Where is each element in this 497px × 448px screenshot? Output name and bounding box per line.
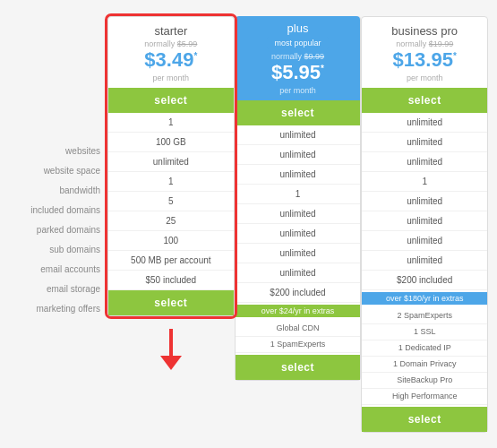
label-websites: websites bbox=[9, 142, 100, 161]
plus-included-domains: 1 bbox=[236, 185, 361, 204]
plus-plan: plus most popular normally $9.99 $5.95* … bbox=[235, 16, 362, 381]
starter-sub-domains: 25 bbox=[108, 211, 234, 231]
label-parked-domains: parked domains bbox=[9, 220, 100, 240]
plus-bandwidth: unlimited bbox=[236, 165, 361, 185]
plus-body: unlimited unlimited unlimited 1 unlimite… bbox=[236, 125, 361, 303]
business-pro-price: $13.95* bbox=[365, 48, 484, 72]
starter-select-bottom-button[interactable]: select bbox=[108, 290, 234, 315]
labels-column: websites website space bandwidth include… bbox=[9, 16, 107, 319]
biz-extras-badge: over $180/yr in extras bbox=[362, 292, 487, 305]
business-pro-plan: business pro normally $19.99 $13.95* per… bbox=[361, 16, 488, 433]
starter-websites: 1 bbox=[108, 113, 234, 133]
biz-extra-2: 1 SSL bbox=[362, 324, 487, 340]
label-marketing-offers: marketing offers bbox=[9, 299, 100, 319]
biz-bandwidth: unlimited bbox=[362, 152, 487, 172]
plus-email-storage: unlimited bbox=[236, 263, 361, 283]
plus-extra-2: 1 SpamExperts bbox=[236, 337, 361, 353]
label-email-accounts: email accounts bbox=[9, 260, 100, 280]
biz-parked-domains: unlimited bbox=[362, 192, 487, 211]
business-pro-per-month: per month bbox=[407, 73, 443, 82]
business-pro-normally: normally $19.99 bbox=[365, 39, 484, 48]
starter-website-space: 100 GB bbox=[108, 133, 234, 152]
business-pro-original-price: $19.99 bbox=[429, 39, 454, 48]
plus-extras-badge: over $24/yr in extras bbox=[236, 305, 361, 317]
starter-arrow bbox=[160, 329, 182, 370]
plus-price: $5.95* bbox=[239, 61, 357, 84]
starter-email-storage: 500 MB per account bbox=[108, 251, 234, 271]
starter-header: starter normally $5.99 $3.49* per month bbox=[108, 17, 234, 88]
plus-parked-domains: unlimited bbox=[236, 204, 361, 224]
most-popular-badge: most popular bbox=[267, 37, 328, 49]
arrow-shaft bbox=[169, 329, 173, 356]
biz-email-storage: unlimited bbox=[362, 251, 487, 271]
biz-website-space: unlimited bbox=[362, 133, 487, 152]
plus-title: plus bbox=[239, 22, 357, 35]
plus-select-bottom-button[interactable]: select bbox=[236, 355, 361, 380]
biz-sub-domains: unlimited bbox=[362, 211, 487, 231]
biz-email-accounts: unlimited bbox=[362, 231, 487, 251]
arrow-head bbox=[160, 356, 182, 370]
plus-sub-domains: unlimited bbox=[236, 224, 361, 244]
plus-extras-list: Global CDN 1 SpamExperts bbox=[236, 319, 361, 355]
starter-plan: starter normally $5.99 $3.49* per month … bbox=[107, 16, 235, 316]
biz-extra-5: SiteBackup Pro bbox=[362, 373, 487, 389]
biz-extra-4: 1 Domain Privacy bbox=[362, 357, 487, 373]
biz-marketing-offers: $200 included bbox=[362, 271, 487, 290]
biz-extra-6: High Performance bbox=[362, 389, 487, 405]
plus-per-month: per month bbox=[279, 86, 316, 95]
business-pro-title: business pro bbox=[365, 24, 484, 38]
plus-original-price: $9.99 bbox=[304, 52, 325, 61]
business-pro-select-bottom-button[interactable]: select bbox=[362, 407, 487, 432]
plus-select-top-button[interactable]: select bbox=[236, 100, 361, 125]
starter-marketing-offers: $50 included bbox=[108, 271, 234, 290]
business-pro-plan-wrapper: business pro normally $19.99 $13.95* per… bbox=[361, 16, 488, 433]
biz-websites: unlimited bbox=[362, 113, 487, 133]
biz-extra-3: 1 Dedicated IP bbox=[362, 340, 487, 357]
starter-select-top-button[interactable]: select bbox=[108, 88, 234, 113]
starter-bandwidth: unlimited bbox=[108, 152, 234, 172]
starter-included-domains: 1 bbox=[108, 172, 234, 192]
label-website-space: website space bbox=[9, 161, 100, 181]
starter-plan-wrapper: starter normally $5.99 $3.49* per month … bbox=[107, 16, 235, 316]
pricing-container: websites website space bandwidth include… bbox=[9, 16, 488, 433]
biz-included-domains: 1 bbox=[362, 172, 487, 192]
business-pro-body: unlimited unlimited unlimited 1 unlimite… bbox=[362, 113, 487, 290]
plus-normally: normally $9.99 bbox=[239, 52, 357, 61]
plus-website-space: unlimited bbox=[236, 145, 361, 165]
plus-plan-wrapper: plus most popular normally $9.99 $5.95* … bbox=[235, 16, 362, 381]
plus-websites: unlimited bbox=[236, 125, 361, 145]
biz-extras-list: 2 SpamExperts 1 SSL 1 Dedicated IP 1 Dom… bbox=[362, 306, 487, 407]
label-email-storage: email storage bbox=[9, 280, 100, 299]
plus-email-accounts: unlimited bbox=[236, 244, 361, 263]
starter-title: starter bbox=[112, 24, 230, 38]
business-pro-header: business pro normally $19.99 $13.95* per… bbox=[362, 17, 487, 88]
starter-original-price: $5.99 bbox=[177, 39, 198, 48]
label-sub-domains: sub domains bbox=[9, 240, 100, 260]
starter-per-month: per month bbox=[153, 73, 190, 82]
plus-header: plus most popular normally $9.99 $5.95* … bbox=[236, 16, 361, 100]
label-included-domains: included domains bbox=[9, 201, 100, 220]
starter-normally: normally $5.99 bbox=[112, 39, 230, 48]
plus-extra-1: Global CDN bbox=[236, 321, 361, 337]
starter-parked-domains: 5 bbox=[108, 192, 234, 211]
label-bandwidth: bandwidth bbox=[9, 181, 100, 201]
starter-body: 1 100 GB unlimited 1 5 25 100 500 MB per… bbox=[108, 113, 234, 290]
plus-marketing-offers: $200 included bbox=[236, 283, 361, 303]
biz-extra-1: 2 SpamExperts bbox=[362, 308, 487, 324]
starter-email-accounts: 100 bbox=[108, 231, 234, 251]
starter-price: $3.49* bbox=[112, 48, 230, 72]
business-pro-select-top-button[interactable]: select bbox=[362, 88, 487, 113]
